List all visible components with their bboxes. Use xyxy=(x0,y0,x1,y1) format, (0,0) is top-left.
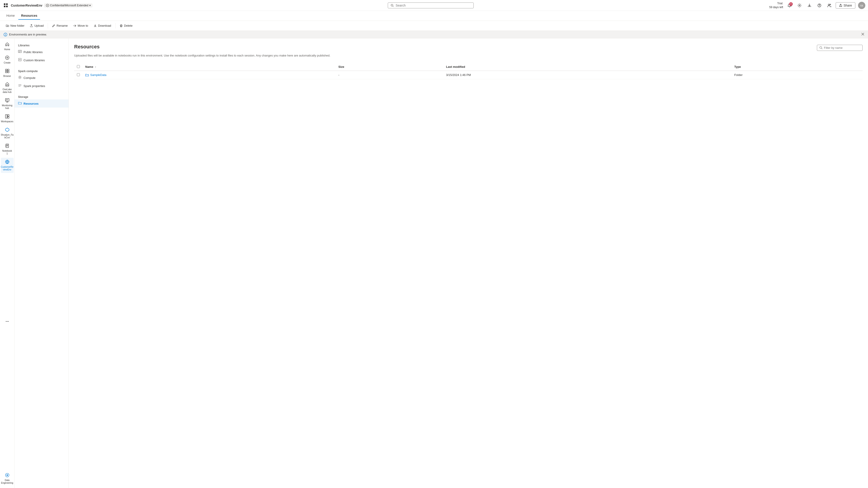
rename-button[interactable]: Rename xyxy=(50,23,70,29)
svg-rect-2 xyxy=(4,6,5,7)
sidebar-item-monitoring[interactable]: Monitoring hub xyxy=(1,96,13,111)
resources-table: Name ↑ Size Last modified Type xyxy=(74,63,863,79)
public-libraries-icon xyxy=(18,50,22,54)
search-icon xyxy=(391,4,394,7)
sidebar-item-more[interactable] xyxy=(1,317,13,327)
compute-icon xyxy=(18,75,22,80)
svg-rect-1 xyxy=(6,3,8,5)
sidebar-home-label: Home xyxy=(4,48,10,51)
info-icon xyxy=(4,33,7,36)
env-chevron-icon: ▾ xyxy=(89,4,91,7)
search-box[interactable] xyxy=(388,2,474,8)
tab-home[interactable]: Home xyxy=(4,12,18,20)
close-banner-button[interactable] xyxy=(861,33,864,36)
delete-icon xyxy=(120,24,123,27)
svg-rect-0 xyxy=(4,3,5,5)
svg-rect-13 xyxy=(5,69,7,71)
filter-input[interactable] xyxy=(817,45,863,51)
row-checkbox[interactable] xyxy=(77,73,80,76)
svg-point-31 xyxy=(19,77,21,78)
download-file-icon xyxy=(94,24,97,27)
sidebar-item-notebook1[interactable]: Notebook 1 xyxy=(1,142,13,157)
svg-point-26 xyxy=(7,321,7,322)
move-to-button[interactable]: Move to xyxy=(71,23,90,29)
nav-tabs: Home Resources xyxy=(0,11,868,21)
search-input[interactable] xyxy=(396,4,471,7)
sidebar-item-shaijun[interactable]: Shuaijun_Fa bCon xyxy=(1,126,13,141)
onelake-icon xyxy=(5,82,9,88)
left-panel: Libraries Public libraries Custom librar… xyxy=(14,38,69,488)
sidebar-item-create[interactable]: Create xyxy=(1,54,13,66)
dataeng-icon xyxy=(5,473,9,479)
trial-info: Trial: 59 days left xyxy=(769,2,783,9)
svg-point-5 xyxy=(391,4,393,6)
custom-libraries-icon xyxy=(18,58,22,62)
download-button[interactable] xyxy=(806,2,813,9)
sidebar-create-label: Create xyxy=(4,62,10,64)
content-description: Uploaded files will be available in note… xyxy=(74,53,863,58)
download-file-button[interactable]: Download xyxy=(91,23,114,29)
browse-icon xyxy=(5,69,9,74)
svg-rect-23 xyxy=(5,145,6,147)
new-folder-button[interactable]: New folder xyxy=(4,23,27,29)
share-button[interactable]: Share xyxy=(836,2,855,9)
filter-search-icon xyxy=(819,46,823,49)
env-badge[interactable]: Confidential\Microsoft Extended ▾ xyxy=(44,3,92,7)
sidebar-monitoring-label: Monitoring hub xyxy=(2,104,13,110)
settings-button[interactable] xyxy=(796,2,803,9)
shaijun-icon xyxy=(5,128,9,133)
filter-by-name-input[interactable] xyxy=(824,46,860,50)
row-name: SampleData xyxy=(83,71,336,79)
panel-item-custom-libraries[interactable]: Custom libraries xyxy=(14,56,68,64)
storage-section-title: Storage xyxy=(14,94,68,99)
svg-point-8 xyxy=(819,6,819,7)
spark-properties-icon xyxy=(18,84,22,88)
sidebar-item-workspaces[interactable]: Workspaces xyxy=(1,112,13,125)
panel-item-resources[interactable]: Resources xyxy=(14,99,68,107)
svg-point-10 xyxy=(830,4,831,5)
topbar-left: CustomerReviewEnv Confidential\Microsoft… xyxy=(3,2,92,9)
sidebar-item-browse[interactable]: Browse xyxy=(1,67,13,79)
sidebar-item-dataeng[interactable]: Data Engineering xyxy=(1,471,13,486)
monitoring-icon xyxy=(5,98,9,104)
svg-point-27 xyxy=(8,321,8,322)
select-all-input[interactable] xyxy=(77,65,80,68)
folder-link[interactable]: SampleData xyxy=(85,73,333,77)
svg-marker-21 xyxy=(5,128,9,132)
people-button[interactable] xyxy=(826,2,833,9)
tab-resources[interactable]: Resources xyxy=(18,12,40,20)
sidebar-item-onelake[interactable]: OneLake data hub xyxy=(1,80,13,95)
upload-button[interactable]: Upload xyxy=(28,23,46,29)
home-icon xyxy=(5,42,9,48)
column-size[interactable]: Size xyxy=(336,63,443,71)
notification-badge: 55 xyxy=(789,2,793,6)
sidebar-item-customerenv[interactable]: CustomerRe viewEnv xyxy=(1,158,13,173)
app-grid-icon[interactable] xyxy=(3,2,9,9)
svg-rect-18 xyxy=(5,115,7,118)
row-checkbox-cell[interactable] xyxy=(74,71,83,79)
svg-rect-16 xyxy=(7,71,9,73)
panel-item-public-libraries[interactable]: Public libraries xyxy=(14,48,68,56)
avatar[interactable] xyxy=(858,2,865,9)
toolbar-divider-2 xyxy=(115,23,116,29)
panel-item-compute[interactable]: Compute xyxy=(14,74,68,82)
column-last-modified[interactable]: Last modified xyxy=(443,63,732,71)
row-last-modified: 3/15/2024 1:46 PM xyxy=(443,71,732,79)
delete-button[interactable]: Delete xyxy=(117,23,135,29)
help-button[interactable] xyxy=(816,2,823,9)
env-label: Confidential\Microsoft Extended xyxy=(50,4,88,7)
resources-label: Resources xyxy=(24,102,38,105)
svg-rect-3 xyxy=(6,6,8,7)
sidebar-notebook1-label: Notebook 1 xyxy=(2,150,13,155)
select-all-checkbox[interactable] xyxy=(74,63,83,71)
folder-icon xyxy=(85,73,89,77)
panel-item-spark-properties[interactable]: Spark properties xyxy=(14,82,68,90)
sidebar-item-home[interactable]: Home xyxy=(1,40,13,53)
column-type[interactable]: Type xyxy=(732,63,863,71)
share-label: Share xyxy=(844,4,852,7)
app-name: CustomerReviewEnv xyxy=(11,4,42,7)
notifications-button[interactable]: 55 xyxy=(786,2,793,9)
svg-rect-19 xyxy=(7,115,9,116)
column-name[interactable]: Name ↑ xyxy=(83,63,336,71)
rename-icon xyxy=(52,24,55,27)
